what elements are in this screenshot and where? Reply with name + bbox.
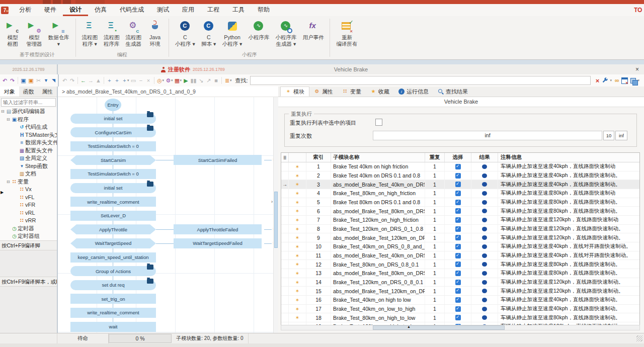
row-checkbox[interactable] [455, 297, 461, 303]
repeat-preset-10-button[interactable]: 10 [603, 131, 614, 140]
table-row[interactable]: → ✶ 6 abs_model_Brake_Test_80km_on_DRS_0… [281, 207, 639, 216]
flow-redo-icon[interactable]: ↷ [68, 75, 76, 86]
table-row[interactable]: → ✶ 1 Brake Test 40km on high friction 1… [281, 162, 639, 171]
flow-node[interactable]: wait [70, 322, 156, 332]
table-row[interactable]: → ✶ 12 Brake_Test_80km_on_DRS_0.8_0.1 1 … [281, 260, 639, 269]
flow-undo-icon[interactable]: ↶ [61, 75, 68, 86]
c-applet-button[interactable]: C小程序 ▾ [172, 19, 198, 51]
panel-tab[interactable]: 收藏 [366, 86, 394, 97]
layers-icon[interactable] [630, 78, 636, 83]
link-icon[interactable]: ∞ [615, 77, 619, 84]
pause-icon[interactable]: ▮▮ [190, 75, 197, 86]
menu-item[interactable]: 测试 [150, 4, 176, 16]
tree-item[interactable]: Step函数 [0, 162, 57, 170]
table-row[interactable]: → ✶ 3 abs_model_Brake_Test_40km_on_DRS_0… [281, 180, 639, 189]
flowchart-generator-button[interactable]: 流程图生成器 [123, 19, 145, 51]
remove-icon[interactable]: − [137, 75, 145, 86]
recompile-all-button[interactable]: ✕ 重新编译所有 [333, 19, 360, 51]
table-row[interactable]: → ✶ 18 Brake_Test_80km_on_high_to_low 1 … [281, 313, 639, 322]
table-row[interactable]: → ✶ 4 Brake_Test_80km_on_high_friction 1… [281, 189, 639, 198]
swap-icon[interactable]: × [145, 75, 152, 86]
flow-node[interactable]: keep_carsim_speed_until_station [70, 252, 156, 263]
tree-item[interactable]: 全局定义 [0, 154, 57, 162]
flowchart-canvas[interactable]: Entry initial set [58, 97, 274, 333]
tree-expander-icon[interactable]: ⊟ [7, 116, 11, 124]
flow-node[interactable]: SetLever_D [70, 211, 156, 221]
flow-node[interactable]: set_trig_on [70, 294, 156, 304]
flow-node[interactable]: write_realtime_comment [70, 308, 156, 318]
table-row[interactable]: → ✶ 8 Brake_Test_120km_on_DRS_0_1_0.8 1 … [281, 225, 639, 234]
tree-item[interactable]: 文档 [0, 170, 57, 178]
forward-arrow-icon[interactable]: → [87, 75, 95, 86]
row-checkbox[interactable] [455, 262, 461, 267]
scrollbar-thumb[interactable] [274, 192, 278, 248]
table-row[interactable]: → ✶ 14 Brake_Test_120km_on_DRS_0_8_0.1 1… [281, 278, 639, 287]
app-logo-icon[interactable]: 764 [1, 7, 9, 14]
flow-node[interactable]: initial set [70, 183, 156, 193]
tree-item[interactable]: vFL [0, 194, 57, 202]
flow-branch-node[interactable]: StartCarSimFailed [174, 155, 262, 165]
undo-icon[interactable]: ↶ [1, 75, 9, 86]
menu-item[interactable]: 分析 [13, 4, 38, 16]
up-arrow-icon[interactable]: ▲ [95, 75, 102, 86]
menu-item[interactable]: 代码生成 [113, 4, 150, 16]
tree-item[interactable]: ⊟ 变量 [0, 178, 57, 186]
child-window-header[interactable]: Vehicle Brake 注册软件 2025.12.26.1789 × [58, 64, 644, 74]
row-checkbox[interactable] [455, 200, 461, 205]
step-in-icon[interactable]: ↘ [197, 75, 205, 86]
table-row[interactable]: → ✶ 10 Brake_Test_40km_on_DRS_0_8_and_0_… [281, 242, 639, 251]
table-row[interactable]: → ✶ 9 abs_model_Brake_Test_120km_on_DRS_… [281, 233, 639, 242]
column-icon[interactable] [289, 153, 306, 162]
flow-node[interactable]: TestSimulatorSwitch = 0 [70, 169, 156, 179]
flow-node[interactable]: set dut req [70, 280, 156, 290]
search-input[interactable] [250, 76, 591, 85]
tree-item[interactable]: vFR [0, 201, 57, 209]
table-row[interactable]: → ✶ 5 Brake Test 80km on DRS 0.1 and 0.8… [281, 198, 639, 207]
tree-item[interactable]: 定时器组 [0, 232, 57, 240]
table-row[interactable]: → ✶ 13 abs_model_Brake_Test_80km_on_DRS_… [281, 269, 639, 278]
column-repeat[interactable]: 重复 [425, 153, 445, 162]
row-checkbox[interactable] [455, 226, 461, 232]
c-script-button[interactable]: C脚本 ▾ [198, 19, 219, 51]
tree-item[interactable]: ⊟ 源代码编辑器 [0, 108, 57, 116]
panel-tab[interactable]: 模块 [280, 86, 309, 97]
flow-node[interactable]: ApplyThrottle [70, 224, 156, 234]
expand-marker-icon[interactable]: › [271, 199, 273, 204]
applet-library-button[interactable]: 小程序库 [245, 19, 272, 51]
menu-item[interactable]: 仿真 [88, 4, 113, 16]
filter-up-icon[interactable]: ◥ [50, 75, 57, 86]
row-checkbox[interactable] [455, 253, 461, 258]
model-manager-button[interactable]: 模型管理器 [23, 19, 45, 51]
merge-icon[interactable]: ▭ [130, 75, 137, 86]
wrench-icon[interactable] [602, 77, 608, 84]
table-row[interactable]: → ✶ 17 Brake_Test_40km_on_low_to_high 1 … [281, 305, 639, 314]
repeat-preset-inf-button[interactable]: inf [615, 131, 627, 140]
flow-node[interactable]: Entry [105, 99, 121, 111]
close-icon[interactable]: × [635, 64, 639, 74]
repeat-selected-checkbox[interactable] [375, 119, 382, 126]
row-checkbox[interactable] [455, 217, 461, 223]
user-event-button[interactable]: 用户事件 [299, 19, 327, 51]
repeat-count-input[interactable]: inf [373, 131, 602, 140]
flow-node[interactable]: WaitTargetSpeed [70, 238, 156, 248]
tree-item[interactable]: TSMaster头文件 [0, 131, 57, 139]
row-checkbox[interactable] [455, 235, 461, 240]
flow-node[interactable]: TestSimulatorSwitch = 0 [70, 141, 156, 151]
menu-item[interactable]: 工具 [226, 4, 251, 16]
dock-tab[interactable]: 对象 [0, 86, 19, 97]
calendar-remove-icon[interactable] [621, 77, 628, 84]
row-checkbox[interactable] [455, 315, 461, 320]
table-row[interactable]: → ✶ 15 abs_model_Brake_Test_120km_on_DRS… [281, 287, 639, 296]
dock-tab[interactable]: 属性 [38, 86, 57, 97]
tree-filter-input[interactable] [1, 98, 56, 107]
row-checkbox[interactable] [455, 164, 461, 169]
menu-item[interactable]: 硬件 [38, 4, 63, 16]
cut-icon[interactable]: ✂ [35, 75, 42, 86]
scrollbar-thumb[interactable] [373, 325, 505, 330]
panel-tab[interactable]: 运行信息 [394, 86, 433, 97]
flow-node[interactable]: initial set [70, 114, 156, 124]
table-row[interactable]: → ✶ 7 Brake_Test_120km_on_high_friction … [281, 216, 639, 225]
table-row[interactable]: → ✶ 11 abs_model_Brake_Test_40km_on_DRS_… [281, 251, 639, 261]
menu-item[interactable]: 帮助 [251, 4, 276, 16]
tree-item[interactable]: 数据库头文件 [0, 139, 57, 147]
